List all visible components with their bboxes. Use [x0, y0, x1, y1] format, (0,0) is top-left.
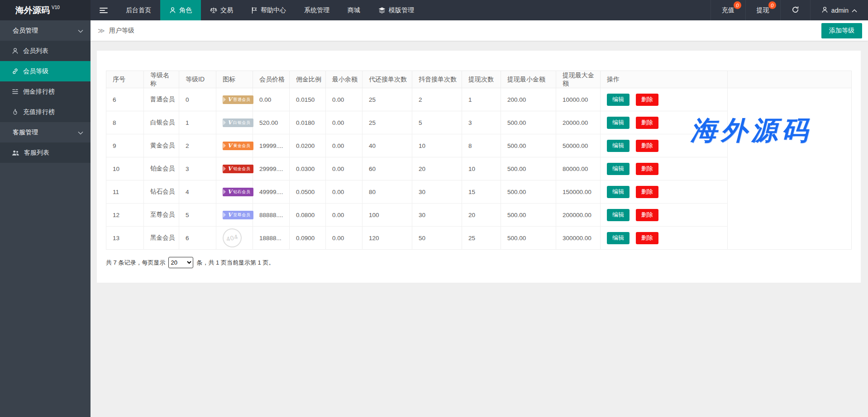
edit-button[interactable]: 编辑	[607, 186, 630, 198]
delete-button[interactable]: 删除	[636, 140, 658, 152]
nav-item-help-center[interactable]: 帮助中心	[242, 0, 295, 20]
cell-douyin-orders: 30	[412, 180, 462, 204]
nav-item-system[interactable]: 系统管理	[295, 0, 339, 20]
level-badge: V 黄金会员	[223, 142, 253, 150]
cell-level-name: 至尊会员	[144, 204, 179, 227]
table-row: 13 黑金会员 6 404 18888... 0.0900 0.00 120 5…	[106, 227, 852, 250]
table-row: 9 黄金会员 2 V 黄金会员 19999.... 0.0200 0.00 40…	[106, 134, 852, 157]
panel: 序号 等级名称 等级ID 图标 会员价格 佣金比例 最小余额 代还接单次数 抖音…	[97, 51, 861, 283]
cell-level-id: 6	[179, 227, 216, 250]
cell-min-balance: 0.00	[326, 180, 362, 204]
nav-item-mall[interactable]: 商城	[339, 0, 369, 20]
cell-commission: 0.0200	[290, 134, 326, 157]
cell-actions: 编辑 删除	[601, 111, 728, 134]
edit-button[interactable]: 编辑	[607, 94, 630, 106]
refresh-button[interactable]	[780, 0, 810, 20]
cell-id: 13	[106, 227, 144, 250]
table-row: 8 白银会员 1 V 白银会员 520.00 0.0180 0.00 25 5 …	[106, 111, 852, 134]
column-header: 最小余额	[326, 71, 362, 88]
list-icon	[12, 88, 19, 95]
column-header: 提现最小金额	[501, 71, 556, 88]
cell-withdraw-max: 50000.00	[556, 134, 601, 157]
cell-id: 11	[106, 180, 144, 204]
cell-price: 88888....	[253, 204, 290, 227]
sidebar-item-member-levels[interactable]: 会员等级	[0, 61, 91, 81]
cell-proxy-orders: 25	[362, 111, 412, 134]
add-level-button[interactable]: 添加等级	[821, 23, 862, 38]
cell-withdraw-max: 80000.00	[556, 157, 601, 180]
cell-level-name: 黄金会员	[144, 134, 179, 157]
layers-icon	[378, 7, 386, 14]
ribbon-arrow-icon	[223, 120, 226, 125]
sidebar-group-member-management[interactable]: 会员管理	[0, 20, 91, 41]
topbar: 海外源码 V10 后台首页 角色 交易	[0, 0, 868, 20]
page-size-select[interactable]: 20	[168, 257, 193, 268]
delete-button[interactable]: 删除	[636, 209, 658, 221]
cell-douyin-orders: 10	[412, 134, 462, 157]
cell-level-id: 5	[179, 204, 216, 227]
sidebar-item-service-list[interactable]: 客服列表	[0, 142, 91, 163]
edit-button[interactable]: 编辑	[607, 209, 630, 221]
delete-button[interactable]: 删除	[636, 94, 658, 106]
delete-button[interactable]: 删除	[636, 117, 658, 129]
recharge-nav-button[interactable]: 充值 0	[711, 0, 745, 20]
delete-button[interactable]: 删除	[636, 163, 658, 175]
nav-item-trade[interactable]: 交易	[201, 0, 242, 20]
sidebar-item-recharge-ranking[interactable]: 充值排行榜	[0, 102, 91, 122]
user-menu[interactable]: admin	[810, 0, 868, 20]
ribbon-arrow-icon	[223, 143, 226, 148]
edit-button[interactable]: 编辑	[607, 140, 630, 152]
cell-icon: 404	[216, 227, 253, 250]
pagination: 共 7 条记录，每页显示 20 条，共 1 页当前显示第 1 页。	[106, 257, 852, 268]
ribbon-arrow-icon	[223, 166, 226, 171]
cell-min-balance: 0.00	[326, 227, 362, 250]
chevron-up-icon	[852, 7, 857, 14]
edit-button[interactable]: 编辑	[607, 232, 630, 244]
cell-douyin-orders: 30	[412, 204, 462, 227]
cell-level-id: 4	[179, 180, 216, 204]
column-header: 代还接单次数	[362, 71, 412, 88]
menu-collapse-button[interactable]	[91, 0, 117, 20]
sidebar-item-member-list[interactable]: 会员列表	[0, 41, 91, 61]
cell-filler	[728, 227, 852, 250]
ribbon-arrow-icon	[223, 212, 226, 218]
nav-item-home[interactable]: 后台首页	[117, 0, 160, 20]
scales-icon	[210, 7, 217, 14]
chevron-down-icon	[78, 129, 83, 136]
cell-min-balance: 0.00	[326, 88, 362, 111]
nav-item-roles[interactable]: 角色	[160, 0, 201, 20]
refresh-icon	[792, 6, 799, 15]
edit-button[interactable]: 编辑	[607, 163, 630, 175]
cell-price: 18888...	[253, 227, 290, 250]
nav-item-templates[interactable]: 模版管理	[369, 0, 423, 20]
column-header: 提现最大金额	[556, 71, 601, 88]
cell-withdraw-max: 300000.00	[556, 227, 601, 250]
sidebar-item-commission-ranking[interactable]: 佣金排行榜	[0, 81, 91, 102]
delete-button[interactable]: 删除	[636, 186, 658, 198]
cell-proxy-orders: 80	[362, 180, 412, 204]
sidebar-group-service-management[interactable]: 客服管理	[0, 122, 91, 142]
delete-button[interactable]: 删除	[636, 232, 658, 244]
cell-min-balance: 0.00	[326, 157, 362, 180]
column-header: 等级ID	[179, 71, 216, 88]
cell-min-balance: 0.00	[326, 111, 362, 134]
sidebar: 会员管理 会员列表 会员等级 佣金排行榜	[0, 20, 91, 417]
level-badge: V 铂金会员	[223, 165, 253, 173]
edit-button[interactable]: 编辑	[607, 117, 630, 129]
broken-image-placeholder: 404	[221, 227, 244, 250]
ribbon-arrow-icon	[223, 189, 226, 194]
page-title: 用户等级	[109, 27, 134, 35]
flame-icon	[12, 109, 19, 115]
logo-version: V10	[52, 5, 60, 10]
cell-price: 520.00	[253, 111, 290, 134]
column-header-filler	[728, 71, 852, 88]
cell-icon: V 普通会员	[216, 88, 253, 111]
level-badge: V 至尊会员	[223, 211, 253, 219]
withdraw-nav-button[interactable]: 提现 0	[745, 0, 780, 20]
column-header: 操作	[601, 71, 728, 88]
cell-price: 19999....	[253, 134, 290, 157]
cell-withdraw-min: 500.00	[501, 180, 556, 204]
cell-withdraw-max: 150000.00	[556, 180, 601, 204]
cell-min-balance: 0.00	[326, 134, 362, 157]
cell-proxy-orders: 25	[362, 88, 412, 111]
